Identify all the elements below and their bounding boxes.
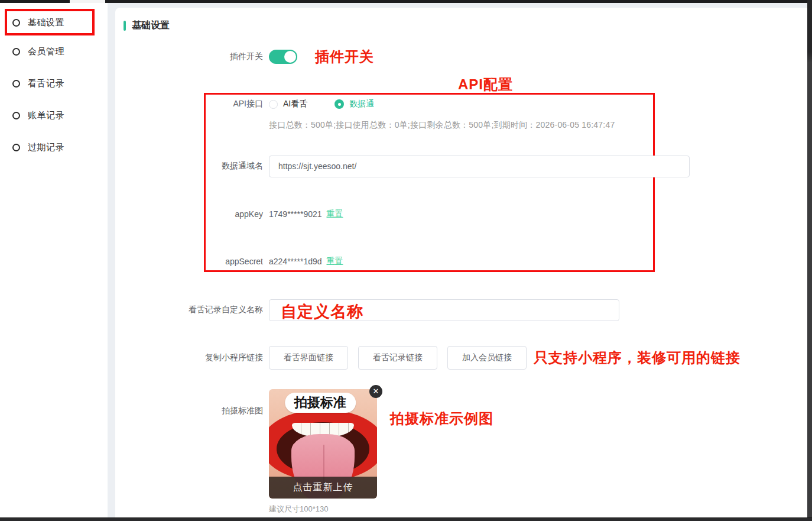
appsecret-row: appSecret a224*****1d9d 重置 <box>115 254 343 268</box>
sidebar-item-label: 会员管理 <box>28 46 64 57</box>
appkey-row: appKey 1749*****9021 重置 <box>115 207 343 221</box>
settings-panel: 基础设置 插件开关 插件开关 API配置 API接口 AI看舌 数据通 <box>115 8 807 521</box>
mini-links-annotation: 只支持小程序，装修可用的链接 <box>534 348 740 367</box>
appsecret-label: appSecret <box>115 257 269 266</box>
radio-label: AI看舌 <box>283 99 307 109</box>
radio-circle-icon <box>12 144 20 151</box>
appsecret-value: a224*****1d9d <box>269 257 322 266</box>
tongue-ui-link-button[interactable]: 看舌界面链接 <box>269 346 348 370</box>
sidebar-item-label: 账单记录 <box>28 110 64 121</box>
section-title: 基础设置 <box>132 20 170 32</box>
sidebar-item-tongue-records[interactable]: 看舌记录 <box>0 76 108 91</box>
sidebar-item-member-management[interactable]: 会员管理 <box>0 44 108 59</box>
photo-standard-label: 拍摄标准图 <box>115 389 269 416</box>
plugin-switch-annotation: 插件开关 <box>315 47 374 66</box>
radio-off-icon <box>269 100 278 109</box>
custom-name-label: 看舌记录自定义名称 <box>115 305 269 315</box>
radio-circle-icon <box>12 19 20 27</box>
api-quota-text: 接口总数：500单;接口使用总数：0单;接口剩余总数：500单;到期时间：202… <box>269 120 615 131</box>
screen: 基础设置 会员管理 看舌记录 账单记录 过期记录 基础设置 插件开关 <box>0 0 812 521</box>
reupload-overlay[interactable]: 点击重新上传 <box>269 477 377 499</box>
appkey-reset-link[interactable]: 重置 <box>327 209 343 219</box>
api-interface-row: API接口 AI看舌 数据通 <box>115 97 374 111</box>
radio-circle-icon <box>12 48 20 56</box>
radio-circle-icon <box>12 112 20 119</box>
radio-label: 数据通 <box>349 99 374 109</box>
sidebar-item-bill-records[interactable]: 账单记录 <box>0 108 108 123</box>
photo-standard-image[interactable]: 拍摄标准 点击重新上传 <box>269 389 377 499</box>
right-window-edge <box>807 0 812 521</box>
photo-standard-wrap: 拍摄标准 点击重新上传 ✕ <box>269 389 377 499</box>
radio-circle-icon <box>12 80 20 88</box>
api-radio-group: AI看舌 数据通 <box>269 99 374 109</box>
bottom-window-edge <box>0 517 812 521</box>
sidebar-item-basic-settings[interactable]: 基础设置 <box>0 15 108 30</box>
photo-standard-annotation: 拍摄标准示例图 <box>390 409 493 428</box>
appkey-value: 1749*****9021 <box>269 209 322 219</box>
api-config-annotation: API配置 <box>458 75 513 94</box>
custom-name-row: 看舌记录自定义名称 自定义名称 <box>115 298 619 322</box>
radio-on-icon <box>334 99 344 109</box>
api-interface-label: API接口 <box>115 99 269 109</box>
sidebar-item-label: 基础设置 <box>28 17 64 28</box>
radio-shujutong[interactable]: 数据通 <box>334 99 374 109</box>
photo-size-hint: 建议尺寸100*130 <box>269 504 377 514</box>
photo-standard-row: 拍摄标准图 拍摄标准 点击重新上传 ✕ 建议尺寸100*130 <box>115 389 377 514</box>
plugin-switch-label: 插件开关 <box>115 51 269 62</box>
appkey-label: appKey <box>115 209 269 219</box>
sidebar-item-label: 过期记录 <box>28 142 64 153</box>
close-icon[interactable]: ✕ <box>369 385 382 398</box>
api-quota-row: 接口总数：500单;接口使用总数：0单;接口剩余总数：500单;到期时间：202… <box>115 119 615 132</box>
plugin-switch-row: 插件开关 插件开关 <box>115 50 374 64</box>
custom-name-input-wrap: 自定义名称 <box>269 299 619 321</box>
section-header: 基础设置 <box>124 20 170 32</box>
sidebar-item-label: 看舌记录 <box>28 78 64 89</box>
domain-row: 数据通域名 <box>115 155 690 177</box>
join-member-link-button[interactable]: 加入会员链接 <box>447 346 527 370</box>
section-accent-bar <box>124 21 126 31</box>
top-window-edge <box>0 0 812 3</box>
photo-standard-block: 拍摄标准 点击重新上传 ✕ 建议尺寸100*130 <box>269 389 377 514</box>
sidebar: 基础设置 会员管理 看舌记录 账单记录 过期记录 <box>0 3 108 517</box>
toggle-knob <box>284 51 296 63</box>
domain-input[interactable] <box>269 156 690 177</box>
sidebar-item-expired-records[interactable]: 过期记录 <box>0 140 108 155</box>
domain-label: 数据通域名 <box>115 161 269 171</box>
photo-badge: 拍摄标准 <box>285 393 356 413</box>
appsecret-reset-link[interactable]: 重置 <box>327 256 343 267</box>
plugin-switch-toggle[interactable] <box>269 50 297 64</box>
mini-links-row: 复制小程序链接 看舌界面链接 看舌记录链接 加入会员链接 只支持小程序，装修可用… <box>115 346 740 370</box>
mini-links-label: 复制小程序链接 <box>115 352 269 363</box>
tongue-record-link-button[interactable]: 看舌记录链接 <box>358 346 437 370</box>
radio-ai-kanshe[interactable]: AI看舌 <box>269 99 307 109</box>
custom-name-input[interactable] <box>269 299 619 321</box>
